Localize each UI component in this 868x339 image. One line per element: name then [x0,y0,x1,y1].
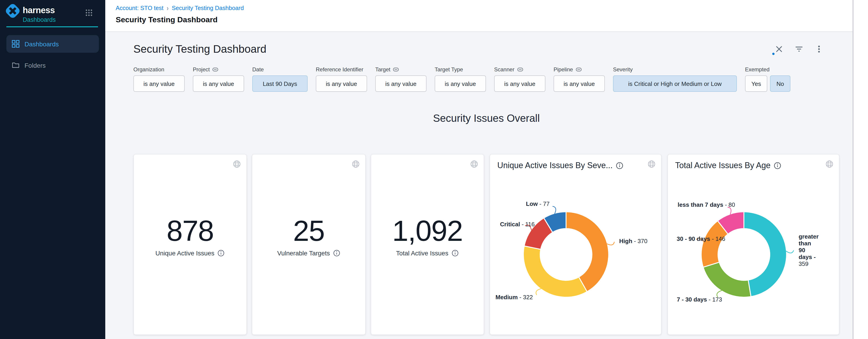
donut-chart-issues-by-age[interactable]: greaterthan90days -3597 - 30 days - 1733… [668,154,840,335]
donut-label: 7 - 30 days - 173 [677,296,722,303]
filter-label: Reference Identifier [316,66,367,73]
breadcrumb: Account: STO test › Security Testing Das… [116,4,244,11]
donut-label: Critical - 116 [500,221,535,228]
filter-label: Exempted [745,66,790,73]
filter-value[interactable]: is Critical or High or Medium or Low [613,76,737,92]
filter-icon[interactable] [795,45,803,53]
kpi-label: Vulnerable Targets [252,250,365,257]
label-connector [786,250,794,253]
chart-card-issues-by-severity: Unique Active Issues By Seve... High - 3… [490,154,661,335]
donut-slice-7-30-days[interactable] [703,262,751,297]
filter-label: Severity [613,66,737,73]
kpi-card-total-active-issues: 1,092 Total Active Issues [371,154,484,335]
donut-label: Low - 77 [526,200,550,207]
donut-label: days - [799,254,815,260]
sidebar-item-label: Dashboards [25,40,59,48]
breadcrumb-account-link[interactable]: Account: STO test [116,4,163,11]
donut-label: High - 370 [619,238,647,245]
breadcrumb-page-link[interactable]: Security Testing Dashboard [172,4,244,11]
filter-value[interactable]: is any value [494,76,546,92]
filter-value[interactable]: is any value [554,76,605,92]
link-icon [393,67,399,72]
donut-label: greater [799,233,818,240]
info-icon[interactable] [452,250,459,257]
close-icon[interactable] [775,45,783,53]
sidebar-item-folders[interactable]: Folders [6,56,99,74]
label-connector [553,206,556,214]
notification-dot [772,53,775,55]
filter-label: Organization [133,66,185,73]
kpi-card-vulnerable-targets: 25 Vulnerable Targets [252,154,366,335]
filter-reference-identifier: Reference Identifieris any value [316,66,367,92]
folder-icon [12,61,20,69]
kpi-label: Unique Active Issues [134,250,246,257]
info-icon[interactable] [333,250,340,257]
dashboard-area: Security Testing Dashboard Organizationi… [105,32,852,339]
filter-pipeline: Pipelineis any value [554,66,605,92]
module-grid-icon[interactable] [85,9,93,16]
filter-label: Pipeline [554,66,605,73]
filter-organization: Organizationis any value [133,66,185,92]
breadcrumb-separator: › [167,4,169,12]
filter-label: Project [193,66,244,73]
filter-bar: Organizationis any valueProjectis any va… [133,66,790,92]
globe-icon[interactable] [352,160,360,168]
donut-chart-issues-by-severity[interactable]: High - 370Medium - 322Critical - 116Low … [490,154,662,335]
link-icon [517,67,523,72]
kpi-value: 1,092 [371,216,484,246]
dashboard-actions [775,45,823,53]
link-icon [213,67,218,72]
brand-subtitle: Dashboards [23,16,56,23]
label-connector [607,242,614,245]
globe-icon[interactable] [233,160,241,168]
globe-icon[interactable] [470,160,478,168]
filter-value[interactable]: is any value [316,76,367,92]
donut-label: less than 7 days - 80 [678,201,735,208]
top-header: Account: STO test › Security Testing Das… [105,0,852,32]
label-connector [536,288,541,295]
donut-label: 90 [799,247,805,254]
filter-label: Target [375,66,427,73]
donut-slice-medium[interactable] [523,246,587,297]
filter-value[interactable]: is any value [375,76,427,92]
kebab-menu-icon[interactable] [815,45,823,53]
filter-label: Target Type [435,66,486,73]
donut-slice-greater-than-90-days[interactable] [744,212,786,296]
donut-label: Medium - 322 [495,294,533,301]
filter-label: Scanner [494,66,546,73]
sidebar-item-label: Folders [25,62,45,69]
harness-logo[interactable]: harness Dashboards [5,4,56,23]
brand-name: harness [23,5,55,15]
scrollbar-track[interactable] [852,0,868,339]
donut-label: 359 [799,260,808,267]
dashboard-title: Security Testing Dashboard [133,43,266,55]
filter-severity: Severityis Critical or High or Medium or… [613,66,737,92]
filter-option-no[interactable]: No [770,76,790,92]
filter-date: DateLast 90 Days [252,66,308,92]
filter-exempted: ExemptedYesNo [745,66,790,92]
filter-value[interactable]: is any value [193,76,244,92]
filter-value[interactable]: is any value [133,76,185,92]
section-title: Security Issues Overall [133,112,839,124]
kpi-label: Total Active Issues [371,250,484,257]
filter-option-yes[interactable]: Yes [745,76,767,92]
harness-dashboard-app: harness Dashboards DashboardsFolders Acc… [0,0,868,339]
info-icon[interactable] [218,250,225,257]
kpi-card-unique-active-issues: 878 Unique Active Issues [133,154,247,335]
sidebar-divider [6,26,98,27]
page-title: Security Testing Dashboard [116,16,218,25]
donut-label: than [799,240,811,247]
dashboards-grid-icon [12,40,20,48]
chart-card-issues-by-age: Total Active Issues By Age greaterthan90… [668,154,839,335]
filter-value[interactable]: Last 90 Days [252,76,308,92]
harness-logo-icon [5,4,20,18]
kpi-value: 878 [134,216,246,246]
label-connector [727,207,731,215]
filter-value[interactable]: is any value [435,76,486,92]
kpi-value: 25 [252,216,365,246]
link-icon [576,67,582,72]
sidebar: harness Dashboards DashboardsFolders [0,0,105,339]
filter-label: Date [252,66,308,73]
sidebar-item-dashboards[interactable]: Dashboards [6,35,99,53]
donut-label: 30 - 90 days - 146 [677,235,725,242]
